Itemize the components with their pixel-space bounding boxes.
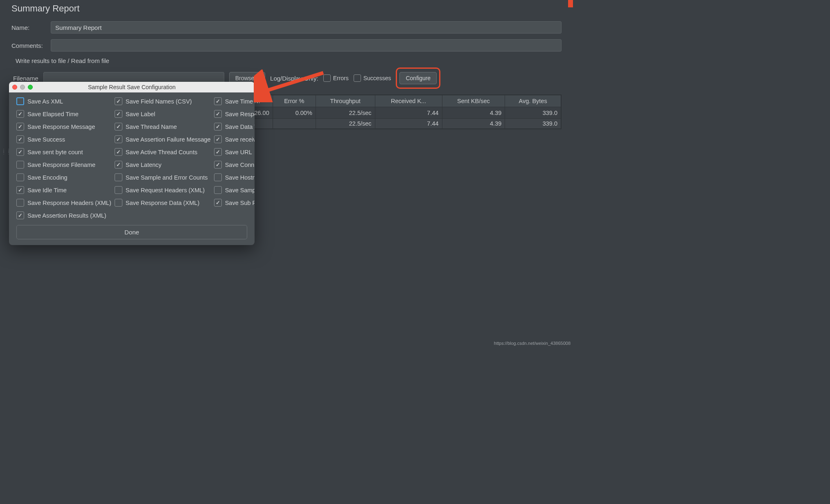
option-label: Save Latency bbox=[126, 162, 162, 168]
save-option: Save Assertion Failure Message bbox=[115, 135, 211, 143]
option-label: Save Sample and Error Counts bbox=[126, 174, 208, 181]
option-label: Save Active Thread Counts bbox=[126, 149, 197, 155]
save-option: Save Elapsed Time bbox=[16, 110, 111, 118]
option-checkbox[interactable] bbox=[115, 161, 122, 169]
option-label: Save Sub Results bbox=[225, 200, 255, 206]
option-checkbox[interactable] bbox=[115, 186, 122, 194]
option-label: Save Data Type bbox=[225, 124, 255, 130]
page-title: Summary Report bbox=[11, 0, 562, 21]
name-input[interactable] bbox=[51, 21, 562, 34]
option-checkbox[interactable] bbox=[16, 148, 24, 156]
option-label: Save Response Headers (XML) bbox=[27, 200, 111, 206]
option-label: Save Sampler Data (XML) bbox=[225, 187, 255, 194]
save-option: Save Latency bbox=[115, 161, 211, 169]
option-label: Save Time Stamp bbox=[225, 98, 255, 105]
option-checkbox[interactable] bbox=[115, 110, 122, 118]
option-checkbox[interactable] bbox=[16, 97, 24, 105]
save-option: Save Idle Time bbox=[16, 186, 111, 194]
option-label: Save URL bbox=[225, 149, 252, 155]
save-option: Save Thread Name bbox=[115, 123, 211, 130]
table-header[interactable]: Avg. Bytes bbox=[505, 95, 561, 107]
option-label: Save Elapsed Time bbox=[27, 111, 79, 117]
table-header[interactable]: Sent KB/sec bbox=[442, 95, 505, 107]
done-button[interactable]: Done bbox=[16, 225, 247, 239]
option-checkbox[interactable] bbox=[16, 186, 24, 194]
option-checkbox[interactable] bbox=[16, 110, 24, 118]
option-label: Save Idle Time bbox=[27, 187, 67, 194]
configure-button[interactable]: Configure bbox=[399, 72, 437, 84]
option-checkbox[interactable] bbox=[16, 212, 24, 219]
save-option: Save sent byte count bbox=[16, 148, 111, 156]
name-label: Name: bbox=[11, 24, 51, 31]
option-checkbox[interactable] bbox=[115, 148, 122, 156]
red-stripe bbox=[568, 0, 573, 7]
comments-label: Comments: bbox=[11, 42, 51, 49]
option-checkbox[interactable] bbox=[16, 173, 24, 181]
option-label: Save sent byte count bbox=[27, 149, 83, 155]
table-header[interactable]: Throughput bbox=[316, 95, 375, 107]
errors-label: Errors bbox=[333, 75, 349, 81]
option-checkbox[interactable] bbox=[214, 97, 222, 105]
save-option: Save Success bbox=[16, 135, 111, 143]
save-option: Save Sample and Error Counts bbox=[115, 173, 211, 181]
errors-checkbox[interactable] bbox=[323, 74, 331, 82]
option-label: Save Request Headers (XML) bbox=[126, 187, 205, 194]
option-label: Save As XML bbox=[27, 98, 63, 105]
table-cell: 339.0 bbox=[505, 119, 561, 129]
option-checkbox[interactable] bbox=[16, 123, 24, 130]
option-checkbox[interactable] bbox=[115, 199, 122, 207]
option-label: Save received byte count bbox=[225, 136, 255, 143]
option-label: Save Response Message bbox=[27, 124, 95, 130]
option-checkbox[interactable] bbox=[16, 199, 24, 207]
save-option: Save Sub Results bbox=[214, 199, 255, 207]
option-checkbox[interactable] bbox=[16, 161, 24, 169]
option-checkbox[interactable] bbox=[214, 173, 222, 181]
option-label: Save Response Code bbox=[225, 111, 255, 117]
option-checkbox[interactable] bbox=[214, 135, 222, 143]
option-checkbox[interactable] bbox=[214, 148, 222, 156]
option-checkbox[interactable] bbox=[115, 97, 122, 105]
option-label: Save Assertion Results (XML) bbox=[27, 212, 106, 219]
save-option: Save received byte count bbox=[214, 135, 255, 143]
drag-handle-icon[interactable]: ⋮⋮⋮⋮ bbox=[2, 149, 11, 153]
option-checkbox[interactable] bbox=[214, 110, 222, 118]
option-checkbox[interactable] bbox=[214, 161, 222, 169]
save-option: Save Connect Time bbox=[214, 161, 255, 169]
option-checkbox[interactable] bbox=[115, 135, 122, 143]
table-cell: 339.0 bbox=[505, 107, 561, 119]
option-label: Save Label bbox=[126, 111, 156, 117]
save-option: Save Response Data (XML) bbox=[115, 199, 211, 207]
table-header[interactable]: Received K... bbox=[375, 95, 442, 107]
option-checkbox[interactable] bbox=[214, 186, 222, 194]
option-label: Save Assertion Failure Message bbox=[126, 136, 211, 143]
dialog-titlebar[interactable]: Sample Result Save Configuration bbox=[9, 82, 255, 92]
table-cell: 22.5/sec bbox=[316, 107, 375, 119]
option-label: Save Success bbox=[27, 136, 65, 143]
table-cell: 7.44 bbox=[375, 119, 442, 129]
filename-label: Filename bbox=[13, 75, 38, 82]
option-checkbox[interactable] bbox=[115, 173, 122, 181]
table-cell: 7.44 bbox=[375, 107, 442, 119]
option-label: Save Thread Name bbox=[126, 124, 177, 130]
save-option: Save Response Message bbox=[16, 123, 111, 130]
option-checkbox[interactable] bbox=[214, 199, 222, 207]
save-option: Save URL bbox=[214, 148, 255, 156]
comments-input[interactable] bbox=[51, 39, 562, 52]
save-option: Save Response Filename bbox=[16, 161, 111, 169]
successes-checkbox[interactable] bbox=[354, 74, 361, 82]
save-config-dialog: Sample Result Save Configuration Save As… bbox=[9, 82, 255, 245]
dialog-title: Sample Result Save Configuration bbox=[9, 84, 255, 90]
table-header[interactable]: Error % bbox=[273, 95, 316, 107]
option-checkbox[interactable] bbox=[115, 123, 122, 130]
option-label: Save Response Filename bbox=[27, 162, 95, 168]
option-checkbox[interactable] bbox=[16, 135, 24, 143]
save-option: Save Data Type bbox=[214, 123, 255, 130]
table-cell bbox=[273, 119, 316, 129]
option-checkbox[interactable] bbox=[214, 123, 222, 130]
configure-highlight-box: Configure bbox=[396, 68, 440, 89]
save-option: Save Label bbox=[115, 110, 211, 118]
table-cell: 4.39 bbox=[442, 119, 505, 129]
option-label: Save Response Data (XML) bbox=[126, 200, 200, 206]
save-option: Save Sampler Data (XML) bbox=[214, 186, 255, 194]
table-cell: 0.00% bbox=[273, 107, 316, 119]
